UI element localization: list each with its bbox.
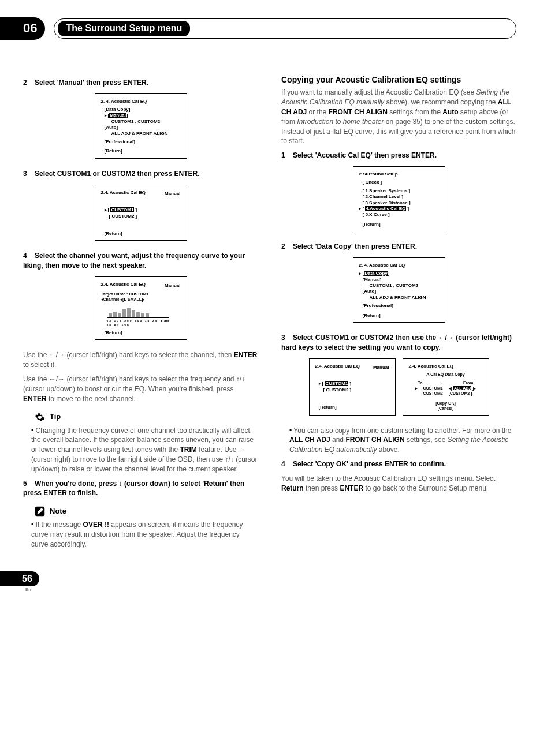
use-para-1: Use the ←/→ (cursor left/right) hard key…: [23, 350, 258, 370]
osd6b-to1: CUSTOM1: [423, 386, 443, 391]
osd4-l5: [ 5.X-Curve ]: [363, 212, 439, 218]
tip-header: Tip: [35, 411, 258, 422]
step-5: 5When you're done, press ↓ (cursor down)…: [23, 479, 258, 499]
page-number: 56: [0, 571, 39, 586]
u1a: Use the: [23, 351, 49, 359]
osd6a-return: [Return]: [319, 405, 389, 410]
osd6b-title: 2.4. Acoustic Cal EQ: [409, 364, 483, 369]
osd3-bars: [109, 304, 168, 317]
osd6b-from1-row: ◂[ ALL ADJ ]▸: [449, 386, 476, 391]
osd1-auto: [Auto]: [105, 125, 181, 130]
osd3-channel-row: ◂Channel ◂[L-SMALL]▸: [101, 297, 181, 302]
r-step-4-text: Select 'Copy OK' and press ENTER to conf…: [293, 460, 446, 468]
trim-b: TRIM: [180, 446, 196, 454]
osd6b-to: To: [418, 380, 422, 386]
osd5-dc: [Data Copy]: [359, 271, 439, 276]
osd-screen-2: 2.4. Acoustic Cal EQ Manual [ CUSTOM1 ] …: [95, 185, 187, 241]
osd-screen-4: 2.Surround Setup [ Check ] [ 1.Speaker S…: [353, 166, 445, 231]
osd3-return: [Return]: [105, 330, 181, 336]
arrow-down-icon: ↓: [241, 375, 245, 383]
rba: You can also copy from one custom settin…: [293, 426, 511, 435]
pencil-icon: [35, 506, 45, 517]
osd2-c1: [ CUSTOM1 ]: [105, 207, 181, 213]
intro-para: If you want to manually adjust the Acous…: [281, 88, 516, 146]
osd-screen-3: 2.4. Acoustic Cal EQ Manual Target Curve…: [95, 276, 187, 340]
osd6a-c1: [ CUSTOM1 ]: [319, 381, 389, 387]
osd5-auto: [Auto]: [363, 289, 439, 294]
section-title: Copying your Acoustic Calibration EQ set…: [281, 74, 516, 86]
osd6b-to-col: CUSTOM1 CUSTOM2: [423, 386, 443, 396]
arrow-left-icon-2: ←: [49, 375, 56, 383]
osd4-l4: [ 4.Acoustic Cal EQ ]: [359, 206, 439, 212]
osd3-graph: [107, 304, 169, 318]
osd6b-from1: ALL ADJ: [453, 386, 471, 390]
osd5-auto-sub: ALL ADJ & FRONT ALIGN: [370, 295, 439, 301]
enter-1: ENTER: [234, 351, 258, 359]
rb-front: FRONT CH ALIGN: [345, 436, 404, 444]
osd2-c1-hl: CUSTOM1: [110, 207, 134, 212]
r-bullet: You can also copy from one custom settin…: [289, 426, 516, 455]
osd1-manual-sub: CUSTOM1 , CUSTOM2: [111, 119, 181, 125]
osd-pair: 2.4. Acoustic Cal EQ Manual [ CUSTOM1 ] …: [281, 358, 516, 416]
osd6b-actions: [Copy OK] [Cancel]: [409, 401, 483, 411]
chapter-title-wrap: The Surround Setup menu: [54, 18, 516, 38]
column-layout: 2Select 'Manual' then press ENTER. 2. 4.…: [23, 74, 516, 554]
rbd: above.: [377, 446, 399, 454]
id: settings from the: [388, 108, 442, 116]
osd6a-c1-hl: CUSTOM1: [325, 381, 348, 386]
page: 06 The Surround Setup menu 2Select 'Manu…: [0, 0, 551, 616]
osd5-title: 2. 4. Acoustic Cal EQ: [359, 263, 439, 268]
osd-screen-1: 2. 4. Acoustic Cal EQ [Data Copy] [Manua…: [95, 93, 187, 159]
arrow-right-icon-3: →: [239, 446, 245, 454]
osd4-l4-hl: 4.Acoustic Cal EQ: [365, 206, 406, 211]
arrow-right-icon-2: →: [58, 375, 65, 383]
tip-bullet: Changing the frequency curve of one chan…: [31, 426, 258, 474]
arrow-up-icon-2: ↑: [225, 455, 228, 463]
r-step-4: 4Select 'Copy OK' and press ENTER to con…: [281, 459, 516, 469]
step-4-text: Select the channel you want, adjust the …: [23, 252, 245, 270]
osd5-manual: [Manual]: [363, 277, 439, 283]
osd5-dc-hl: Data Copy: [364, 271, 388, 276]
gear-icon: [35, 412, 45, 422]
ob-ret: Return: [281, 484, 304, 492]
rb-allch: ALL CH ADJ: [289, 436, 330, 444]
ob: then press: [304, 484, 340, 492]
osd4-l3: [ 3.Speaker Distance ]: [363, 200, 439, 206]
osd3-channel-pre: Channel: [103, 297, 120, 301]
osd-screen-6a: 2.4. Acoustic Cal EQ Manual [ CUSTOM1 ] …: [309, 358, 396, 416]
osd6b-tofrom-hdr: To ← From: [409, 380, 483, 386]
chapter-header: 06 The Surround Setup menu: [23, 17, 516, 40]
autob: Auto: [442, 108, 458, 116]
note-header: Note: [35, 506, 258, 517]
osd4-l1: [ 1.Speaker Systems ]: [363, 188, 439, 194]
osd1-manual-hl: Manual: [109, 113, 126, 118]
r-step-1-text: Select 'Acoustic Cal EQ' then press ENTE…: [293, 151, 437, 159]
tb: feature. Use: [197, 446, 239, 454]
osd6b-to2: CUSTOM2: [423, 391, 443, 396]
osd3-axis: 63 125 250 500 1k 2k 4k 8k 16k: [107, 319, 181, 327]
r-step-2: 2Select 'Data Copy' then press ENTER.: [281, 242, 516, 252]
rbb: and: [330, 436, 346, 444]
osd-screen-6b: 2.4. Acoustic Cal EQ A.Cal EQ Data Copy …: [403, 358, 489, 416]
over-b: OVER !!: [83, 521, 109, 529]
osd6a-c2: [ CUSTOM2 ]: [323, 387, 389, 393]
u2d: to move to the next channel.: [47, 395, 136, 403]
note-label: Note: [50, 506, 66, 517]
osd-screen-5: 2. 4. Acoustic Cal EQ [Data Copy] [Manua…: [353, 257, 445, 323]
osd5-pro: [Professional]: [363, 303, 439, 309]
osd6b-from: From: [463, 380, 474, 386]
osd6b-from-col: ◂[ ALL ADJ ]▸ [CUSTOM2 ]: [449, 386, 476, 396]
left-column: 2Select 'Manual' then press ENTER. 2. 4.…: [23, 74, 258, 554]
osd5-manual-sub: CUSTOM1 , CUSTOM2: [370, 283, 439, 289]
chapter-number: 06: [0, 17, 45, 40]
use-para-2: Use the ←/→ (cursor left/right) hard key…: [23, 375, 258, 403]
step-4: 4Select the channel you want, adjust the…: [23, 251, 258, 271]
footer: 56 En: [23, 554, 516, 593]
u2b: (cursor left/right) hard keys to select …: [65, 375, 236, 383]
u2c: (cursor up/down) to boost or cut the EQ.…: [23, 385, 233, 393]
tc: (cursor right) to move to the far right …: [31, 455, 225, 463]
arrow-up-icon: ↑: [236, 375, 240, 383]
osd3-trim: TRIM: [161, 319, 169, 324]
osd1-pro: [Professional]: [105, 139, 181, 145]
osd6b-cancel: [Cancel]: [409, 406, 483, 411]
